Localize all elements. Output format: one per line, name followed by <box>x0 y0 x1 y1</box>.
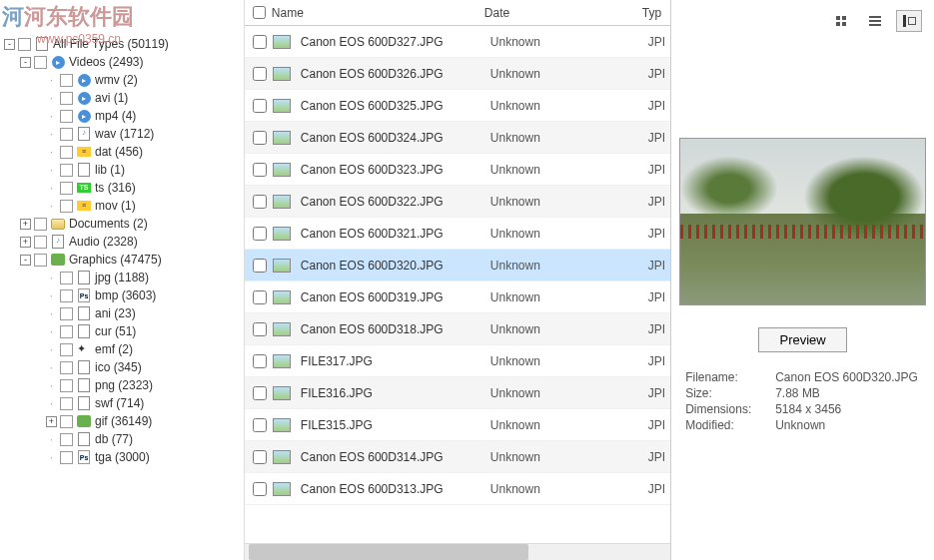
tree-node-mov[interactable]: ·≡mov (1) <box>4 197 244 215</box>
table-row[interactable]: FILE316.JPGUnknownJPI <box>245 377 670 409</box>
tree-node-ts[interactable]: ·TSts (316) <box>4 179 244 197</box>
tree-toggle[interactable]: + <box>20 219 31 230</box>
tree-checkbox[interactable] <box>60 110 73 123</box>
row-checkbox[interactable] <box>253 131 267 145</box>
tree-checkbox[interactable] <box>60 379 73 392</box>
file-list[interactable]: Canon EOS 600D327.JPGUnknownJPICanon EOS… <box>245 26 670 543</box>
view-grid-button[interactable] <box>828 10 854 32</box>
row-checkbox[interactable] <box>253 259 267 273</box>
tree-toggle[interactable]: - <box>4 39 15 50</box>
tree-checkbox[interactable] <box>60 415 73 428</box>
preview-button[interactable]: Preview <box>758 327 846 352</box>
tree-node-wmv[interactable]: ·▸wmv (2) <box>4 71 244 89</box>
tree-checkbox[interactable] <box>60 433 73 446</box>
view-list-button[interactable] <box>862 10 888 32</box>
video-icon: ▸ <box>76 108 92 124</box>
tree-node-wav[interactable]: ·♪wav (1712) <box>4 125 244 143</box>
table-row[interactable]: Canon EOS 600D319.JPGUnknownJPI <box>245 281 670 313</box>
tree-checkbox[interactable] <box>34 254 47 267</box>
view-detail-button[interactable] <box>896 10 922 32</box>
table-row[interactable]: FILE315.JPGUnknownJPI <box>245 409 670 441</box>
table-row[interactable]: Canon EOS 600D318.JPGUnknownJPI <box>245 313 670 345</box>
select-all-checkbox[interactable] <box>253 6 266 19</box>
tree-node-db[interactable]: ·db (77) <box>4 430 244 448</box>
column-date[interactable]: Date <box>476 2 634 24</box>
table-row[interactable]: Canon EOS 600D323.JPGUnknownJPI <box>245 154 670 186</box>
row-checkbox[interactable] <box>253 227 267 241</box>
row-checkbox[interactable] <box>253 67 267 81</box>
tree-checkbox[interactable] <box>60 128 73 141</box>
tree-checkbox[interactable] <box>34 236 47 249</box>
horizontal-scrollbar[interactable] <box>245 543 670 560</box>
tree-toggle[interactable]: - <box>20 255 31 266</box>
tree-node-tga[interactable]: ·Pstga (3000) <box>4 448 244 466</box>
tree-checkbox[interactable] <box>60 182 73 195</box>
tree-node-lib[interactable]: ·lib (1) <box>4 161 244 179</box>
tree-node-mp4[interactable]: ·▸mp4 (4) <box>4 107 244 125</box>
tree-checkbox[interactable] <box>60 74 73 87</box>
tree-node-graphics[interactable]: -Graphics (47475) <box>4 251 244 269</box>
table-row[interactable]: Canon EOS 600D327.JPGUnknownJPI <box>245 26 670 58</box>
table-row[interactable]: Canon EOS 600D322.JPGUnknownJPI <box>245 186 670 218</box>
tree-checkbox[interactable] <box>60 451 73 464</box>
tree-node-documents[interactable]: +Documents (2) <box>4 215 244 233</box>
tree-checkbox[interactable] <box>34 218 47 231</box>
table-row[interactable]: Canon EOS 600D321.JPGUnknownJPI <box>245 218 670 250</box>
table-row[interactable]: Canon EOS 600D326.JPGUnknownJPI <box>245 58 670 90</box>
row-checkbox[interactable] <box>253 354 267 368</box>
table-row[interactable]: Canon EOS 600D313.JPGUnknownJPI <box>245 473 670 505</box>
tree-checkbox[interactable] <box>60 289 73 302</box>
tree-label: jpg (1188) <box>95 271 149 284</box>
row-checkbox[interactable] <box>253 290 267 304</box>
tree-checkbox[interactable] <box>60 92 73 105</box>
row-checkbox[interactable] <box>253 35 267 49</box>
tree-label: swf (714) <box>95 396 144 410</box>
tree-label: ani (23) <box>95 306 136 320</box>
tree-toggle[interactable]: + <box>20 237 31 248</box>
tree-node-ico[interactable]: ·ico (345) <box>4 358 244 376</box>
row-checkbox[interactable] <box>253 418 267 432</box>
tree-node-audio[interactable]: +♪Audio (2328) <box>4 233 244 251</box>
tree-node-jpg[interactable]: ·jpg (1188) <box>4 269 244 286</box>
tree-checkbox[interactable] <box>18 38 31 51</box>
ps-icon: Ps <box>76 287 92 303</box>
row-checkbox[interactable] <box>253 386 267 400</box>
tree-node-gif[interactable]: +gif (36149) <box>4 412 244 430</box>
tree-node-bmp[interactable]: ·Psbmp (3603) <box>4 286 244 304</box>
table-row[interactable]: Canon EOS 600D325.JPGUnknownJPI <box>245 90 670 122</box>
row-checkbox[interactable] <box>253 322 267 336</box>
tree-toggle[interactable]: - <box>20 57 31 68</box>
column-name[interactable]: Name <box>245 2 476 24</box>
tree-checkbox[interactable] <box>60 343 73 356</box>
tree-checkbox[interactable] <box>60 200 73 213</box>
row-checkbox[interactable] <box>253 195 267 209</box>
tree-node-avi[interactable]: ·▸avi (1) <box>4 89 244 107</box>
tree-checkbox[interactable] <box>60 307 73 320</box>
row-checkbox[interactable] <box>253 163 267 177</box>
table-row[interactable]: FILE317.JPGUnknownJPI <box>245 345 670 377</box>
tree-checkbox[interactable] <box>60 397 73 410</box>
tree-node-ani[interactable]: ·ani (23) <box>4 304 244 322</box>
tree-node-dat[interactable]: ·≡dat (456) <box>4 143 244 161</box>
tree-node-swf[interactable]: ·swf (714) <box>4 394 244 412</box>
column-type[interactable]: Typ <box>634 2 670 24</box>
tree-checkbox[interactable] <box>60 146 73 159</box>
tree-node-cur[interactable]: ·cur (51) <box>4 322 244 340</box>
tree-checkbox[interactable] <box>60 325 73 338</box>
row-checkbox[interactable] <box>253 482 267 496</box>
tree-checkbox[interactable] <box>60 272 73 284</box>
tree-checkbox[interactable] <box>34 56 47 69</box>
table-row[interactable]: Canon EOS 600D324.JPGUnknownJPI <box>245 122 670 154</box>
row-checkbox[interactable] <box>253 99 267 113</box>
row-checkbox[interactable] <box>253 450 267 464</box>
tree-toggle[interactable]: + <box>46 416 57 427</box>
table-row[interactable]: Canon EOS 600D314.JPGUnknownJPI <box>245 441 670 473</box>
tree-node-emf[interactable]: ·✦emf (2) <box>4 340 244 358</box>
file-type-tree[interactable]: -All File Types (50119)-▸Videos (2493)·▸… <box>0 0 245 560</box>
tree-node-png[interactable]: ·png (2323) <box>4 376 244 394</box>
tree-checkbox[interactable] <box>60 164 73 177</box>
tree-node-all-file-types[interactable]: -All File Types (50119) <box>4 35 244 53</box>
table-row[interactable]: Canon EOS 600D320.JPGUnknownJPI <box>245 250 670 281</box>
tree-checkbox[interactable] <box>60 361 73 374</box>
tree-node-videos[interactable]: -▸Videos (2493) <box>4 53 244 71</box>
